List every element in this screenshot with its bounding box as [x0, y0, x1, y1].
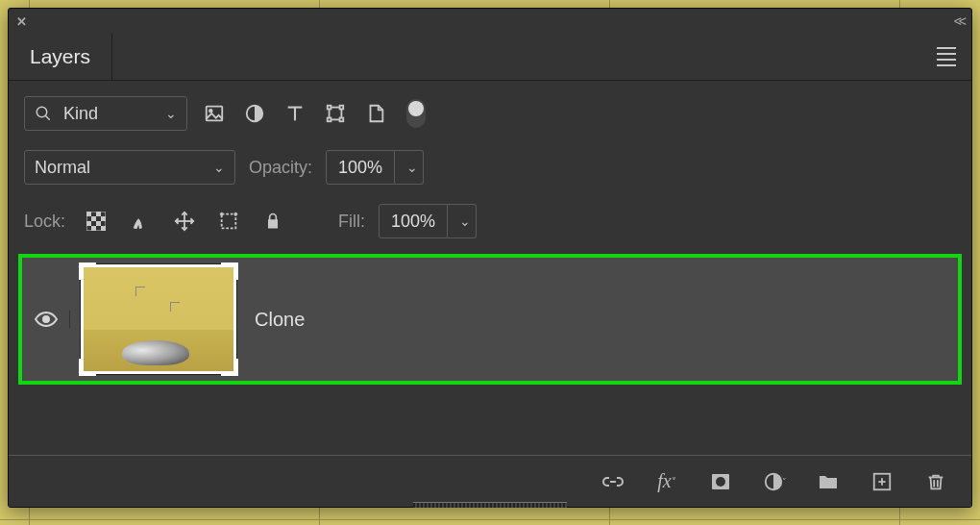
filter-toggle[interactable] — [406, 99, 426, 128]
svg-point-28 — [43, 316, 49, 322]
svg-rect-15 — [91, 216, 96, 221]
resize-grip[interactable] — [413, 502, 567, 508]
eye-icon — [35, 311, 58, 328]
layer-row-selected[interactable]: Clone — [18, 254, 962, 385]
lock-position-icon[interactable] — [171, 208, 198, 235]
svg-rect-17 — [86, 221, 91, 226]
opacity-value[interactable]: 100% — [326, 150, 395, 185]
layer-fx-icon[interactable]: fx˅ — [652, 467, 681, 496]
lock-transparent-icon[interactable] — [83, 208, 110, 235]
link-layers-icon[interactable] — [599, 467, 627, 496]
close-icon[interactable]: ✕ — [16, 14, 27, 29]
svg-rect-14 — [96, 212, 101, 216]
chevron-down-icon: ⌄ — [213, 160, 225, 175]
svg-rect-16 — [101, 216, 106, 221]
filter-adjustment-icon[interactable] — [241, 100, 268, 127]
layer-thumbnail[interactable] — [80, 263, 237, 375]
search-icon — [35, 105, 52, 122]
blend-mode-value: Normal — [35, 158, 90, 178]
lock-label: Lock: — [24, 212, 65, 232]
svg-rect-9 — [340, 106, 344, 110]
chevron-down-icon: ⌄ — [165, 106, 177, 121]
tab-layers[interactable]: Layers — [9, 34, 112, 80]
svg-rect-18 — [96, 221, 101, 226]
svg-rect-2 — [207, 107, 223, 121]
panel-titlebar: ✕ << — [9, 9, 971, 34]
visibility-toggle[interactable] — [22, 311, 70, 328]
svg-rect-23 — [222, 214, 236, 229]
svg-rect-10 — [328, 118, 331, 122]
new-adjustment-icon[interactable]: ˅ — [760, 467, 789, 496]
fill-chevron[interactable]: ⌄ — [448, 204, 477, 238]
new-layer-icon[interactable] — [868, 467, 896, 496]
svg-point-0 — [37, 107, 47, 117]
svg-rect-11 — [340, 118, 344, 122]
svg-rect-13 — [86, 212, 91, 216]
layers-panel: ✕ << Layers Kind ⌄ — [8, 8, 972, 508]
layer-name[interactable]: Clone — [255, 309, 305, 331]
filter-pixel-icon[interactable] — [201, 100, 228, 127]
filter-kind-label: Kind — [63, 104, 98, 124]
delete-layer-icon[interactable] — [921, 467, 950, 496]
svg-rect-8 — [328, 106, 331, 110]
fill-value[interactable]: 100% — [379, 204, 448, 238]
lock-all-icon[interactable] — [259, 208, 286, 235]
svg-point-30 — [716, 477, 725, 487]
opacity-label: Opacity: — [249, 158, 312, 178]
svg-rect-19 — [91, 226, 96, 231]
filter-type-icon[interactable] — [282, 100, 308, 127]
collapse-icon[interactable]: << — [954, 13, 964, 29]
filter-smartobject-icon[interactable] — [362, 100, 389, 127]
add-mask-icon[interactable] — [706, 467, 735, 496]
svg-line-1 — [45, 115, 50, 120]
filter-kind-dropdown[interactable]: Kind ⌄ — [24, 96, 187, 131]
lock-artboard-icon[interactable] — [215, 208, 242, 235]
fill-label: Fill: — [338, 212, 365, 232]
blend-mode-dropdown[interactable]: Normal ⌄ — [24, 150, 235, 185]
opacity-chevron[interactable]: ⌄ — [395, 150, 424, 185]
panel-menu-icon[interactable] — [929, 43, 964, 70]
svg-rect-20 — [101, 226, 106, 231]
new-group-icon[interactable] — [814, 467, 843, 496]
lock-image-icon[interactable] — [127, 208, 154, 235]
svg-point-3 — [209, 110, 212, 112]
filter-shape-icon[interactable] — [322, 100, 349, 127]
panel-footer: fx˅ ˅ — [9, 455, 971, 507]
